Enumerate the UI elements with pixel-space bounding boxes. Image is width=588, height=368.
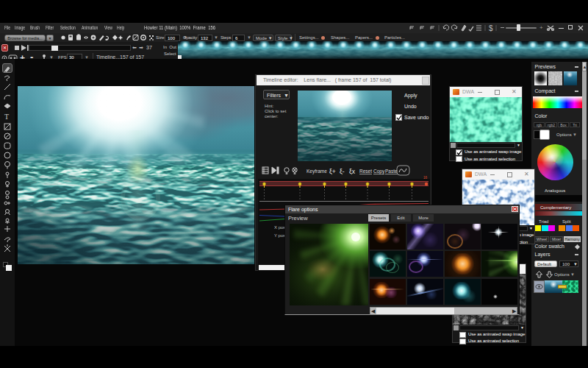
svg-text:Paste: Paste xyxy=(385,169,398,174)
svg-text:T: T xyxy=(4,113,9,121)
svg-text:$: $ xyxy=(489,24,493,32)
svg-text:Copy: Copy xyxy=(373,169,385,174)
svg-text:ξ-: ξ- xyxy=(340,168,345,175)
svg-text:Keyframe: Keyframe xyxy=(306,169,327,174)
svg-text:ξ+: ξ+ xyxy=(329,168,336,175)
svg-text:Reset: Reset xyxy=(359,169,372,174)
svg-text:ξx: ξx xyxy=(349,168,356,175)
